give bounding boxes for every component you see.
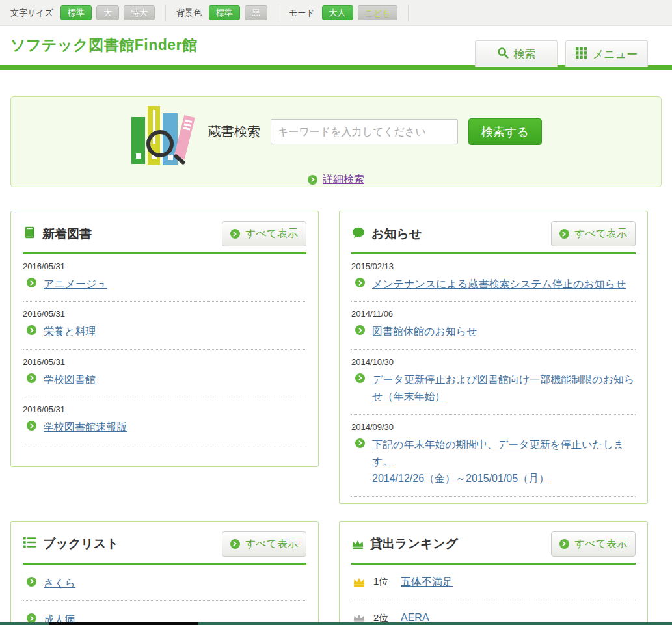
item-link[interactable]: メンテナンスによる蔵書検索システム停止のお知らせ	[372, 276, 626, 293]
site-title: ソフテック図書館Finder館	[10, 35, 197, 55]
accessibility-toolbar: 文字サイズ 標準 大 特大 背景色 標準 黒 モード 大人 こども	[0, 0, 672, 26]
rank-label: 1位	[373, 576, 393, 588]
header-search-button[interactable]: 検索	[475, 40, 558, 67]
list-icon	[23, 536, 37, 552]
list-item: 2016/05/31 学校図書館速報版	[23, 405, 306, 445]
item-link[interactable]: さくら	[44, 575, 75, 592]
keyword-input[interactable]	[271, 119, 458, 144]
item-link-row: 栄養と料理	[23, 319, 306, 349]
item-date: 2016/05/31	[23, 261, 306, 271]
item-link-row: 成人病	[23, 601, 306, 625]
font-size-large-button[interactable]: 大	[96, 5, 119, 20]
font-size-group: 文字サイズ 標準 大 特大	[10, 5, 155, 20]
mode-adult-button[interactable]: 大人	[322, 5, 353, 20]
arrow-circle-icon	[27, 613, 36, 623]
arrow-circle-icon	[27, 373, 36, 383]
catalog-search-label: 蔵書検索	[208, 123, 260, 140]
item-link[interactable]: 五体不満足	[401, 574, 453, 591]
header-menu-label: メニュー	[593, 47, 638, 62]
arrow-circle-icon	[559, 539, 569, 549]
book-icon	[23, 226, 36, 242]
toolbar-divider	[278, 5, 278, 21]
item-date: 2016/05/31	[23, 405, 306, 414]
catalog-search-row: 蔵書検索 検索する	[11, 98, 661, 166]
panel-header: お知らせ すべて表示	[351, 221, 636, 246]
item-link-row: アニメージュ	[23, 271, 306, 301]
item-link-row: データ更新停止および図書館向け一部機能制限のお知らせ（年末年始）	[351, 367, 636, 414]
panel-header: 貸出ランキング すべて表示	[351, 531, 636, 557]
panel-header: 新着図書 すべて表示	[23, 221, 306, 246]
panel-accent-rule	[23, 252, 306, 254]
item-link-row: 学校図書館速報版	[23, 414, 306, 444]
notices-panel: お知らせ すべて表示 2015/02/13 メンテナンスによる蔵書検索システム停…	[339, 211, 648, 504]
toolbar-divider	[165, 5, 166, 21]
page: 文字サイズ 標準 大 特大 背景色 標準 黒 モード 大人 こども ソフテック図…	[0, 0, 672, 625]
catalog-search-box: 蔵書検索 検索する 詳細検索	[10, 96, 662, 187]
font-size-normal-button[interactable]: 標準	[60, 5, 92, 20]
background-color-group: 背景色 標準 黒	[176, 5, 267, 20]
item-link[interactable]: 栄養と料理	[44, 323, 96, 340]
item-link-row: 学校図書館	[23, 367, 306, 397]
main-content: 蔵書検索 検索する 詳細検索 新着図書	[0, 96, 672, 625]
mode-kids-button[interactable]: こども	[358, 5, 398, 20]
panel-accent-rule	[351, 252, 636, 254]
show-all-button[interactable]: すべて表示	[222, 221, 306, 246]
book-shape	[131, 117, 145, 164]
header-buttons: 検索 メニュー	[475, 40, 648, 67]
mode-group: モード 大人 こども	[289, 5, 398, 20]
ranking-panel: 貸出ランキング すべて表示 1位 五体不満足	[339, 521, 648, 625]
show-all-label: すべて表示	[245, 227, 298, 241]
list-item: 2016/05/31 栄養と料理	[23, 309, 306, 349]
bg-black-button[interactable]: 黒	[245, 5, 267, 20]
arrow-circle-icon	[308, 175, 317, 185]
arrow-circle-icon	[27, 325, 36, 335]
panel-title: ブックリスト	[43, 535, 119, 552]
list-item: 2016/05/31 学校図書館	[23, 357, 306, 397]
arrow-circle-icon	[355, 325, 365, 335]
search-icon	[497, 47, 509, 62]
arrow-circle-icon	[355, 438, 365, 448]
footer-edge-bar	[0, 622, 672, 625]
list-item: 2015/02/13 メンテナンスによる蔵書検索システム停止のお知らせ	[351, 261, 636, 302]
menu-grid-icon	[576, 47, 587, 62]
ranking-item: 2位 AERA	[351, 600, 636, 625]
panel-title: お知らせ	[371, 226, 422, 243]
item-link[interactable]: 学校図書館	[44, 371, 96, 388]
crown-icon	[351, 539, 364, 550]
gold-crown-icon	[353, 576, 366, 587]
font-size-label: 文字サイズ	[10, 7, 53, 19]
list-item: 2014/11/06 図書館休館のお知らせ	[351, 309, 636, 349]
list-item: 2014/09/30 下記の年末年始の期間中、データ更新を停止いたします。 20…	[351, 422, 636, 497]
background-color-label: 背景色	[176, 7, 202, 19]
arrow-circle-icon	[27, 421, 36, 431]
list-item: 2014/10/30 データ更新停止および図書館向け一部機能制限のお知らせ（年末…	[351, 357, 636, 415]
header-menu-button[interactable]: メニュー	[565, 40, 648, 67]
arrow-circle-icon	[27, 577, 36, 587]
item-date: 2014/10/30	[351, 357, 636, 367]
font-size-xlarge-button[interactable]: 特大	[124, 5, 155, 20]
item-link[interactable]: 学校図書館速報版	[44, 419, 127, 436]
search-submit-button[interactable]: 検索する	[468, 118, 542, 145]
show-all-button[interactable]: すべて表示	[551, 221, 636, 246]
mode-label: モード	[289, 7, 315, 19]
item-link[interactable]: 下記の年末年始の期間中、データ更新を停止いたします。 2014/12/26（金）…	[372, 436, 636, 488]
item-link[interactable]: アニメージュ	[44, 276, 107, 293]
new-books-panel: 新着図書 すべて表示 2016/05/31 アニメージュ	[10, 211, 319, 467]
list-item: 2016/05/31 アニメージュ	[23, 261, 306, 302]
item-date: 2014/11/06	[351, 309, 636, 319]
item-link-row: さくら	[23, 565, 306, 600]
show-all-button[interactable]: すべて表示	[222, 531, 306, 557]
item-date: 2016/05/31	[23, 357, 306, 367]
panels-grid: 新着図書 すべて表示 2016/05/31 アニメージュ	[10, 211, 662, 625]
show-all-button[interactable]: すべて表示	[551, 531, 636, 557]
panel-title: 貸出ランキング	[370, 535, 458, 552]
item-link[interactable]: データ更新停止および図書館向け一部機能制限のお知らせ（年末年始）	[372, 371, 636, 406]
panel-header: ブックリスト すべて表示	[23, 531, 306, 557]
speech-bubble-icon	[351, 226, 366, 243]
header-search-label: 検索	[514, 47, 536, 62]
item-link[interactable]: 図書館休館のお知らせ	[372, 323, 477, 340]
bg-normal-button[interactable]: 標準	[209, 5, 240, 20]
arrow-circle-icon	[355, 373, 365, 383]
item-date: 2016/05/31	[23, 309, 306, 319]
advanced-search-link[interactable]: 詳細検索	[323, 173, 364, 187]
